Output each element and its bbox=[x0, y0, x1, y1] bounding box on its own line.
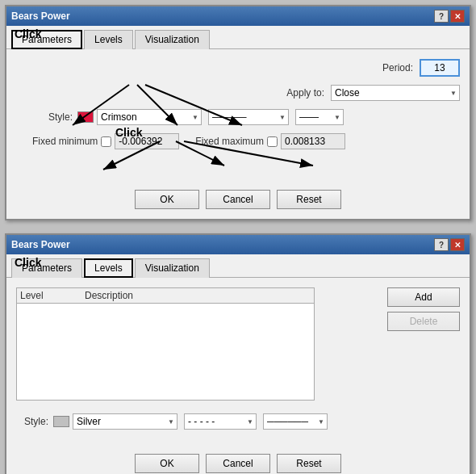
fixed-min-checkbox[interactable] bbox=[101, 136, 111, 147]
period-row: Period: bbox=[16, 59, 460, 77]
levels-buttons: Add Delete bbox=[387, 287, 460, 407]
line-width-wrapper-2: ────── ══════ bbox=[263, 413, 328, 430]
tab-levels-1[interactable]: Levels bbox=[84, 30, 133, 49]
title-bar-2: Bears Power ? ✕ bbox=[6, 235, 470, 254]
title-bar-buttons-1: ? ✕ bbox=[434, 10, 465, 23]
click-annotation-area bbox=[16, 157, 460, 174]
dialog-2: Bears Power ? ✕ Click Parameters Levels … bbox=[5, 233, 471, 474]
reset-button-1[interactable]: Reset bbox=[277, 190, 341, 209]
line-style-select[interactable]: ───── - - - - ····· bbox=[208, 109, 289, 125]
style-label-2: Style: bbox=[24, 416, 48, 427]
color-select[interactable]: Crimson Red Blue bbox=[97, 109, 202, 125]
color-select-2[interactable]: Silver Gray White bbox=[73, 413, 177, 430]
fixed-min-label: Fixed minimum bbox=[32, 136, 98, 147]
color-select-wrapper-2: Silver Gray White bbox=[73, 413, 177, 430]
style-label: Style: bbox=[48, 111, 73, 123]
delete-button[interactable]: Delete bbox=[387, 312, 460, 331]
apply-label: Apply to: bbox=[286, 87, 324, 99]
col-desc-header: Description bbox=[85, 290, 311, 301]
levels-table[interactable]: Level Description bbox=[16, 287, 315, 401]
help-button-2[interactable]: ? bbox=[434, 238, 449, 251]
tab-parameters-2[interactable]: Parameters bbox=[11, 258, 82, 278]
style-row-2-container: Style: Silver Gray White - - - - - ───── bbox=[16, 413, 460, 430]
color-select-wrapper: Crimson Red Blue bbox=[97, 109, 202, 125]
bottom-buttons-2: OK Cancel Reset bbox=[6, 447, 470, 474]
style-row: Style: Crimson Red Blue ───── - - - - ··… bbox=[16, 109, 460, 125]
reset-button-2[interactable]: Reset bbox=[277, 454, 341, 473]
add-button[interactable]: Add bbox=[387, 287, 460, 307]
min-max-row: Fixed minimum Fixed maximum bbox=[16, 133, 460, 149]
apply-select[interactable]: Close Open High Low bbox=[331, 85, 460, 101]
ok-button-1[interactable]: OK bbox=[135, 190, 199, 209]
dialog-2-title: Bears Power bbox=[11, 239, 70, 250]
bottom-buttons-1: OK Cancel Reset bbox=[6, 183, 470, 219]
tab-bar-2: Parameters Levels Visualization bbox=[6, 254, 470, 278]
levels-table-area: Level Description bbox=[16, 287, 381, 407]
title-bar-1: Bears Power ? ✕ bbox=[6, 6, 470, 26]
col-level-header: Level bbox=[20, 290, 85, 301]
line-width-wrapper: —— ═══ bbox=[295, 109, 344, 125]
levels-content: Level Description Add Delete bbox=[16, 287, 460, 407]
title-bar-buttons-2: ? ✕ bbox=[434, 238, 465, 251]
line-width-select[interactable]: —— ═══ bbox=[295, 109, 344, 125]
line-style-wrapper-2: - - - - - ───── ····· bbox=[184, 413, 257, 430]
dialog-1-title: Bears Power bbox=[11, 10, 70, 22]
tab-visualization-1[interactable]: Visualization bbox=[135, 30, 210, 49]
tab-visualization-2[interactable]: Visualization bbox=[135, 258, 210, 278]
line-width-select-2[interactable]: ────── ══════ bbox=[263, 413, 328, 430]
apply-row: Apply to: Close Open High Low bbox=[16, 85, 460, 101]
tab-content-2: Level Description Add Delete Click bbox=[6, 278, 470, 447]
color-swatch-2[interactable] bbox=[53, 416, 69, 427]
levels-table-header: Level Description bbox=[17, 288, 314, 304]
tab-bar-1: Parameters Levels Visualization bbox=[6, 26, 470, 49]
dialog-1: Bears Power ? ✕ Click Parameters Levels … bbox=[5, 5, 471, 220]
color-swatch-1[interactable] bbox=[77, 111, 94, 123]
fixed-min-input[interactable] bbox=[115, 133, 179, 149]
apply-select-wrapper: Close Open High Low bbox=[331, 85, 460, 101]
fixed-max-label: Fixed maximum bbox=[195, 136, 264, 147]
fixed-max-checkbox[interactable] bbox=[267, 136, 278, 147]
period-input[interactable] bbox=[420, 59, 460, 77]
help-button-1[interactable]: ? bbox=[434, 10, 449, 23]
tab-parameters-1[interactable]: Parameters bbox=[11, 30, 82, 49]
tab-content-1: Period: Apply to: Close Open High Low St… bbox=[6, 49, 470, 183]
line-style-wrapper: ───── - - - - ····· bbox=[208, 109, 289, 125]
line-style-select-2[interactable]: - - - - - ───── ····· bbox=[184, 413, 257, 430]
close-button-2[interactable]: ✕ bbox=[450, 238, 465, 251]
close-button-1[interactable]: ✕ bbox=[450, 10, 465, 23]
cancel-button-1[interactable]: Cancel bbox=[206, 190, 270, 209]
tab-levels-2[interactable]: Levels bbox=[84, 258, 133, 278]
ok-button-2[interactable]: OK bbox=[135, 454, 199, 473]
fixed-max-input[interactable] bbox=[281, 133, 345, 149]
period-label: Period: bbox=[382, 62, 413, 73]
cancel-button-2[interactable]: Cancel bbox=[206, 454, 270, 473]
style-row-2: Style: Silver Gray White - - - - - ───── bbox=[16, 413, 460, 430]
